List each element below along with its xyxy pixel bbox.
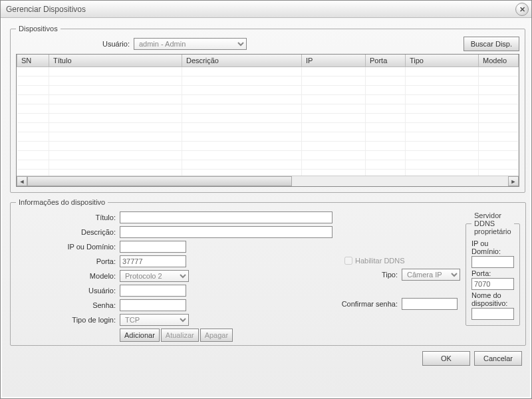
col-model[interactable]: Modelo <box>479 55 519 66</box>
table-row[interactable] <box>17 150 519 160</box>
confirm-password-input[interactable] <box>402 298 458 310</box>
table-row[interactable] <box>17 94 519 104</box>
ddns-legend: Servidor DDNS proprietário <box>471 211 514 235</box>
scroll-thumb[interactable] <box>27 176 292 186</box>
ddns-port-label: Porta: <box>471 269 514 277</box>
close-button[interactable]: ✕ <box>515 3 529 16</box>
password-input[interactable] <box>120 299 186 311</box>
manage-devices-window: Gerenciar Dispositivos ✕ Dispositivos Us… <box>0 0 532 399</box>
info-buttons: Adicionar Atualizar Apagar <box>16 329 332 342</box>
info-col-mid: Habilitar DDNS Tipo: Câmera IP Confirmar… <box>338 211 460 342</box>
table-row[interactable] <box>17 113 519 122</box>
scroll-track[interactable] <box>27 176 508 186</box>
port-input[interactable] <box>120 255 186 267</box>
col-sn[interactable]: SN <box>17 55 49 66</box>
confirm-password-label: Confirmar senha: <box>338 300 398 308</box>
horizontal-scrollbar[interactable]: ◄ ► <box>17 176 519 186</box>
delete-button[interactable]: Apagar <box>200 329 233 342</box>
table-row[interactable] <box>17 160 519 169</box>
window-title: Gerenciar Dispositivos <box>6 5 86 14</box>
type-label: Tipo: <box>338 271 398 279</box>
user-label: Usuário: <box>102 40 130 48</box>
table-header-row: SN Título Descrição IP Porta Tipo Modelo <box>17 55 519 66</box>
description-input[interactable] <box>120 226 332 238</box>
col-title[interactable]: Título <box>49 55 182 66</box>
devices-table[interactable]: SN Título Descrição IP Porta Tipo Modelo <box>17 55 519 179</box>
ip-domain-input[interactable] <box>120 241 186 253</box>
ok-button[interactable]: OK <box>422 351 470 366</box>
devices-legend: Dispositivos <box>16 25 61 33</box>
ddns-ip-input[interactable] <box>471 256 514 268</box>
user-select[interactable]: admin - Admin <box>134 38 247 50</box>
add-button[interactable]: Adicionar <box>120 329 160 342</box>
password-label: Senha: <box>16 301 116 309</box>
ddns-port-input[interactable] <box>471 278 514 290</box>
ddns-ip-label: IP ou Domínio: <box>471 239 514 255</box>
description-label: Descrição: <box>16 228 116 236</box>
ddns-name-input[interactable] <box>471 308 514 320</box>
col-ip[interactable]: IP <box>302 55 366 66</box>
type-select[interactable]: Câmera IP <box>402 269 460 281</box>
close-icon: ✕ <box>519 5 525 14</box>
table-row[interactable] <box>17 132 519 141</box>
cancel-button[interactable]: Cancelar <box>474 351 522 366</box>
user-input[interactable] <box>120 285 186 297</box>
devices-group: Dispositivos Usuário: admin - Admin Busc… <box>10 25 525 193</box>
login-type-label: Tipo de login: <box>16 316 116 324</box>
model-select[interactable]: Protocolo 2 <box>120 270 189 282</box>
enable-ddns-checkbox[interactable] <box>344 257 352 265</box>
table-row[interactable] <box>17 66 519 76</box>
col-description[interactable]: Descrição <box>182 55 302 66</box>
title-input[interactable] <box>120 211 332 223</box>
device-info-group: Informações do dispositivo Título: Descr… <box>10 198 526 346</box>
table-row[interactable] <box>17 122 519 132</box>
port-label: Porta: <box>16 257 116 265</box>
info-col-left: Título: Descrição: IP ou Domínio: Porta: <box>16 211 332 342</box>
ip-domain-label: IP ou Domínio: <box>16 243 116 251</box>
info-grid: Título: Descrição: IP ou Domínio: Porta: <box>16 211 520 342</box>
model-label: Modelo: <box>16 272 116 280</box>
device-info-legend: Informações do dispositivo <box>16 198 108 206</box>
update-button[interactable]: Atualizar <box>161 329 199 342</box>
table-row[interactable] <box>17 104 519 113</box>
titlebar: Gerenciar Dispositivos ✕ <box>1 1 531 18</box>
devices-top-row: Usuário: admin - Admin Buscar Disp. <box>16 38 519 50</box>
window-content: Dispositivos Usuário: admin - Admin Busc… <box>1 18 531 398</box>
table-row[interactable] <box>17 76 519 85</box>
login-type-select[interactable]: TCP <box>120 314 189 326</box>
col-port[interactable]: Porta <box>366 55 406 66</box>
table-row[interactable] <box>17 141 519 150</box>
footer-buttons: OK Cancelar <box>10 351 522 366</box>
ddns-name-label: Nome do dispositivo: <box>471 291 514 307</box>
table-row[interactable] <box>17 85 519 94</box>
devices-table-wrap: SN Título Descrição IP Porta Tipo Modelo <box>16 54 519 187</box>
title-label: Título: <box>16 213 116 221</box>
user-label: Usuário: <box>16 287 116 295</box>
ddns-server-group: Servidor DDNS proprietário IP ou Domínio… <box>466 211 520 326</box>
scroll-right-icon[interactable]: ► <box>508 176 519 186</box>
enable-ddns-label: Habilitar DDNS <box>355 257 405 265</box>
col-type[interactable]: Tipo <box>406 55 479 66</box>
scroll-left-icon[interactable]: ◄ <box>17 176 27 186</box>
info-col-right: Servidor DDNS proprietário IP ou Domínio… <box>466 211 520 342</box>
search-devices-button[interactable]: Buscar Disp. <box>464 37 519 51</box>
